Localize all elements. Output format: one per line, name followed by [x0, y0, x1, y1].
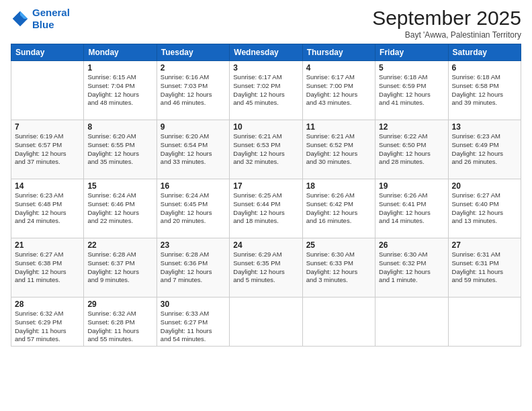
day-info: Sunrise: 6:18 AMSunset: 6:59 PMDaylight:…	[379, 73, 444, 107]
day-number: 1	[87, 63, 152, 73]
day-number: 6	[452, 63, 517, 73]
day-info: Sunrise: 6:27 AMSunset: 6:40 PMDaylight:…	[452, 191, 517, 226]
day-info: Sunrise: 6:20 AMSunset: 6:55 PMDaylight:…	[87, 132, 152, 167]
calendar-table: SundayMondayTuesdayWednesdayThursdayFrid…	[11, 44, 521, 347]
day-number: 10	[233, 122, 298, 132]
day-number: 22	[87, 240, 152, 250]
day-info: Sunrise: 6:24 AMSunset: 6:46 PMDaylight:…	[87, 191, 152, 226]
calendar-cell: 3Sunrise: 6:17 AMSunset: 7:02 PMDaylight…	[230, 61, 302, 120]
day-info: Sunrise: 6:31 AMSunset: 6:31 PMDaylight:…	[452, 250, 517, 285]
calendar-cell: 18Sunrise: 6:26 AMSunset: 6:42 PMDayligh…	[302, 179, 375, 238]
weekday-saturday: Saturday	[448, 44, 521, 61]
week-row-2: 7Sunrise: 6:19 AMSunset: 6:57 PMDaylight…	[11, 120, 521, 179]
calendar-cell: 7Sunrise: 6:19 AMSunset: 6:57 PMDaylight…	[11, 120, 84, 179]
day-number: 12	[379, 122, 444, 132]
day-number: 24	[233, 240, 298, 250]
day-number: 16	[161, 181, 226, 191]
day-info: Sunrise: 6:21 AMSunset: 6:53 PMDaylight:…	[233, 132, 298, 167]
day-info: Sunrise: 6:17 AMSunset: 7:02 PMDaylight:…	[233, 73, 298, 107]
day-info: Sunrise: 6:28 AMSunset: 6:37 PMDaylight:…	[87, 250, 152, 285]
calendar-cell: 2Sunrise: 6:16 AMSunset: 7:03 PMDaylight…	[157, 61, 229, 120]
calendar-cell: 21Sunrise: 6:27 AMSunset: 6:38 PMDayligh…	[11, 238, 84, 298]
calendar-cell: 12Sunrise: 6:22 AMSunset: 6:50 PMDayligh…	[375, 120, 448, 179]
calendar-cell: 23Sunrise: 6:28 AMSunset: 6:36 PMDayligh…	[157, 238, 229, 298]
calendar-cell: 13Sunrise: 6:23 AMSunset: 6:49 PMDayligh…	[448, 120, 521, 179]
calendar-cell: 5Sunrise: 6:18 AMSunset: 6:59 PMDaylight…	[375, 61, 448, 120]
calendar-cell: 27Sunrise: 6:31 AMSunset: 6:31 PMDayligh…	[448, 238, 521, 298]
week-row-4: 21Sunrise: 6:27 AMSunset: 6:38 PMDayligh…	[11, 238, 521, 298]
day-number: 7	[15, 122, 80, 132]
day-number: 19	[379, 181, 444, 191]
day-number: 26	[379, 240, 444, 250]
calendar-cell	[375, 298, 448, 347]
calendar-cell: 6Sunrise: 6:18 AMSunset: 6:58 PMDaylight…	[448, 61, 521, 120]
day-number: 28	[15, 300, 80, 309]
calendar-cell: 10Sunrise: 6:21 AMSunset: 6:53 PMDayligh…	[230, 120, 302, 179]
day-info: Sunrise: 6:16 AMSunset: 7:03 PMDaylight:…	[161, 73, 226, 107]
day-number: 8	[87, 122, 152, 132]
calendar-cell: 20Sunrise: 6:27 AMSunset: 6:40 PMDayligh…	[448, 179, 521, 238]
day-info: Sunrise: 6:19 AMSunset: 6:57 PMDaylight:…	[15, 132, 80, 167]
weekday-tuesday: Tuesday	[157, 44, 229, 61]
day-number: 23	[161, 240, 226, 250]
calendar-cell: 14Sunrise: 6:23 AMSunset: 6:48 PMDayligh…	[11, 179, 84, 238]
calendar-cell: 26Sunrise: 6:30 AMSunset: 6:32 PMDayligh…	[375, 238, 448, 298]
weekday-monday: Monday	[84, 44, 157, 61]
day-info: Sunrise: 6:27 AMSunset: 6:38 PMDaylight:…	[15, 250, 80, 285]
calendar-cell: 8Sunrise: 6:20 AMSunset: 6:55 PMDaylight…	[84, 120, 157, 179]
calendar-cell: 25Sunrise: 6:30 AMSunset: 6:33 PMDayligh…	[302, 238, 375, 298]
day-info: Sunrise: 6:20 AMSunset: 6:54 PMDaylight:…	[161, 132, 226, 167]
day-info: Sunrise: 6:15 AMSunset: 7:04 PMDaylight:…	[87, 73, 152, 107]
day-info: Sunrise: 6:30 AMSunset: 6:32 PMDaylight:…	[379, 250, 444, 285]
calendar-cell: 22Sunrise: 6:28 AMSunset: 6:37 PMDayligh…	[84, 238, 157, 298]
calendar-cell: 16Sunrise: 6:24 AMSunset: 6:45 PMDayligh…	[157, 179, 229, 238]
weekday-wednesday: Wednesday	[230, 44, 302, 61]
logo-text: General Blue	[32, 7, 70, 31]
calendar-cell: 1Sunrise: 6:15 AMSunset: 7:04 PMDaylight…	[84, 61, 157, 120]
weekday-sunday: Sunday	[11, 44, 84, 61]
calendar-cell: 19Sunrise: 6:26 AMSunset: 6:41 PMDayligh…	[375, 179, 448, 238]
page: General Blue September 2025 Bayt 'Awwa, …	[0, 0, 532, 411]
day-info: Sunrise: 6:26 AMSunset: 6:42 PMDaylight:…	[306, 191, 371, 226]
week-row-3: 14Sunrise: 6:23 AMSunset: 6:48 PMDayligh…	[11, 179, 521, 238]
day-info: Sunrise: 6:33 AMSunset: 6:27 PMDaylight:…	[161, 310, 226, 344]
calendar-cell: 17Sunrise: 6:25 AMSunset: 6:44 PMDayligh…	[230, 179, 302, 238]
day-info: Sunrise: 6:28 AMSunset: 6:36 PMDaylight:…	[161, 250, 226, 285]
weekday-header-row: SundayMondayTuesdayWednesdayThursdayFrid…	[11, 44, 521, 61]
day-number: 15	[87, 181, 152, 191]
day-info: Sunrise: 6:21 AMSunset: 6:52 PMDaylight:…	[306, 132, 371, 167]
day-number: 27	[452, 240, 517, 250]
day-number: 9	[161, 122, 226, 132]
calendar-cell: 30Sunrise: 6:33 AMSunset: 6:27 PMDayligh…	[157, 298, 229, 347]
calendar-cell: 9Sunrise: 6:20 AMSunset: 6:54 PMDaylight…	[157, 120, 229, 179]
day-info: Sunrise: 6:22 AMSunset: 6:50 PMDaylight:…	[379, 132, 444, 167]
logo-icon	[11, 9, 30, 28]
day-number: 21	[15, 240, 80, 250]
day-info: Sunrise: 6:32 AMSunset: 6:28 PMDaylight:…	[87, 310, 152, 344]
calendar-cell: 4Sunrise: 6:17 AMSunset: 7:00 PMDaylight…	[302, 61, 375, 120]
location: Bayt 'Awwa, Palestinian Territory	[372, 30, 521, 40]
day-number: 30	[161, 300, 226, 309]
week-row-5: 28Sunrise: 6:32 AMSunset: 6:29 PMDayligh…	[11, 298, 521, 347]
week-row-1: 1Sunrise: 6:15 AMSunset: 7:04 PMDaylight…	[11, 61, 521, 120]
day-number: 17	[233, 181, 298, 191]
calendar-cell	[11, 61, 84, 120]
day-info: Sunrise: 6:18 AMSunset: 6:58 PMDaylight:…	[452, 73, 517, 107]
calendar-cell	[230, 298, 302, 347]
calendar-cell	[302, 298, 375, 347]
header: General Blue September 2025 Bayt 'Awwa, …	[11, 7, 521, 40]
logo: General Blue	[11, 7, 70, 31]
day-info: Sunrise: 6:23 AMSunset: 6:49 PMDaylight:…	[452, 132, 517, 167]
day-number: 25	[306, 240, 371, 250]
day-info: Sunrise: 6:26 AMSunset: 6:41 PMDaylight:…	[379, 191, 444, 226]
day-number: 13	[452, 122, 517, 132]
day-number: 14	[15, 181, 80, 191]
weekday-thursday: Thursday	[302, 44, 375, 61]
day-info: Sunrise: 6:25 AMSunset: 6:44 PMDaylight:…	[233, 191, 298, 226]
day-info: Sunrise: 6:24 AMSunset: 6:45 PMDaylight:…	[161, 191, 226, 226]
calendar-cell: 28Sunrise: 6:32 AMSunset: 6:29 PMDayligh…	[11, 298, 84, 347]
day-number: 3	[233, 63, 298, 73]
day-info: Sunrise: 6:29 AMSunset: 6:35 PMDaylight:…	[233, 250, 298, 285]
day-info: Sunrise: 6:17 AMSunset: 7:00 PMDaylight:…	[306, 73, 371, 107]
day-number: 2	[161, 63, 226, 73]
